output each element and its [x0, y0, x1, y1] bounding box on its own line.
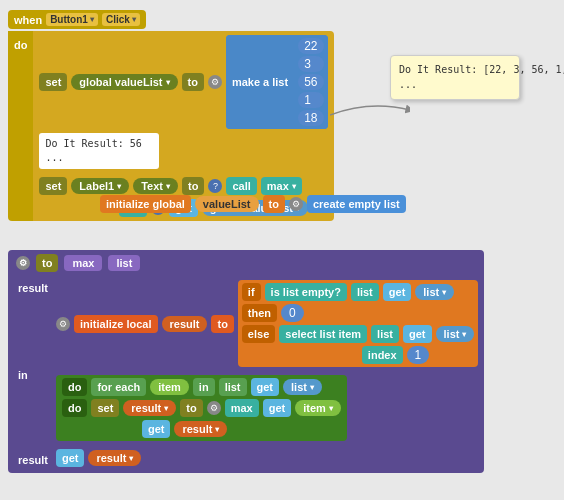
global-valuelist-pill[interactable]: global valueList ▾: [71, 74, 177, 90]
valuelist-pill[interactable]: valueList: [195, 196, 259, 212]
click-dropdown[interactable]: Click ▾: [102, 13, 140, 26]
index-block: index: [362, 346, 403, 364]
to-local-label: to: [217, 318, 227, 330]
do-block-inner2: do: [62, 399, 87, 417]
list-kw3-label: list: [225, 381, 241, 393]
question-icon1[interactable]: ?: [208, 179, 222, 193]
list-var-pill[interactable]: list ▾: [415, 284, 454, 300]
list-proc-label: list: [116, 257, 132, 269]
result-var4-label: result: [96, 452, 126, 464]
list-val-3[interactable]: 56: [298, 74, 323, 90]
text-label: Text: [141, 180, 163, 192]
max-block[interactable]: max ▾: [261, 177, 302, 195]
result-var2-pill[interactable]: result ▾: [123, 400, 176, 416]
do-inner2-label: do: [68, 402, 81, 414]
for-each-label: for each: [97, 381, 140, 393]
procedure-section: ⚙ to max list result in resul: [8, 250, 484, 473]
dropdown-icon: ▾: [166, 78, 170, 87]
to-block-mid: to: [263, 195, 285, 213]
list-val-5[interactable]: 18: [298, 110, 323, 126]
init-global-row: initialize global valueList to ⚙ create …: [100, 195, 406, 213]
list-var-label: list: [423, 286, 439, 298]
is-list-empty-block: is list empty?: [265, 283, 347, 301]
dropdown-icon3: ▾: [166, 182, 170, 191]
gear-icon1[interactable]: ⚙: [208, 75, 222, 89]
result2-label-group: result: [14, 453, 52, 467]
to-label1: to: [188, 76, 198, 88]
set-result-label: set: [97, 402, 113, 414]
init-global-block: initialize global: [100, 195, 191, 213]
label1-pill[interactable]: Label1 ▾: [71, 178, 129, 194]
when-block: when Button1 ▾ Click ▾: [8, 10, 146, 29]
result-var2-label: result: [131, 402, 161, 414]
get-block7: get: [56, 449, 85, 467]
result-var4-pill[interactable]: result ▾: [88, 450, 141, 466]
then-row: then 0: [242, 304, 475, 322]
select-list-item-label: select list item: [285, 328, 361, 340]
list-val-1[interactable]: 22: [298, 38, 323, 54]
code-area: Do It Result: 56 ...: [39, 133, 159, 169]
if-block-label: if: [242, 283, 261, 301]
to-label2: to: [188, 180, 198, 192]
list-val-2[interactable]: 3: [298, 56, 323, 72]
dropdown-icon12: ▾: [129, 454, 133, 463]
foreach-do-row: do for each item in: [62, 378, 341, 396]
make-list-items: 22 3 56 1 18: [294, 35, 327, 129]
make-list-group: make a list 22 3 56 1 18: [226, 35, 328, 129]
dropdown-icon7: ▾: [462, 330, 466, 339]
max-proc-label: max: [72, 257, 94, 269]
get-label5: get: [269, 402, 286, 414]
do-container: do set global valueList ▾ to ⚙: [8, 31, 334, 221]
list-val-4[interactable]: 1: [298, 92, 323, 108]
text-pill[interactable]: Text ▾: [133, 178, 178, 194]
list-kw-label: list: [357, 286, 373, 298]
get-label6: get: [148, 423, 165, 435]
dropdown-icon10: ▾: [329, 404, 333, 413]
item-var-pill[interactable]: item: [150, 379, 189, 395]
do-label: do: [8, 31, 33, 221]
is-list-empty-label: is list empty?: [271, 286, 341, 298]
list-kw-block: list: [351, 283, 379, 301]
to-block-proc: to: [36, 254, 58, 272]
create-empty-list-block: create empty list: [307, 195, 406, 213]
get-label3: get: [409, 328, 426, 340]
proc-right: ⚙ initialize local result to: [56, 280, 478, 467]
gear-icon2[interactable]: ⚙: [289, 197, 303, 211]
valuelist-label: valueList: [203, 198, 251, 210]
result-side-label: result: [14, 280, 52, 296]
create-empty-list-label: create empty list: [313, 198, 400, 210]
gear-icon3[interactable]: ⚙: [16, 256, 30, 270]
index-label: index: [368, 349, 397, 361]
result-var3-pill[interactable]: result ▾: [174, 421, 227, 437]
list-var2-pill[interactable]: list ▾: [436, 326, 475, 342]
call-label: call: [232, 180, 250, 192]
dropdown-icon8: ▾: [310, 383, 314, 392]
max-proc-block: max: [64, 255, 102, 271]
list-var2-label: list: [444, 328, 460, 340]
label1-label: Label1: [79, 180, 114, 192]
else-block: else: [242, 325, 275, 343]
list-var3-label: list: [291, 381, 307, 393]
dropdown-icon9: ▾: [164, 404, 168, 413]
to-local-block: to: [211, 315, 233, 333]
gear-icon5[interactable]: ⚙: [207, 401, 221, 415]
gear-icon4[interactable]: ⚙: [56, 317, 70, 331]
button1-dropdown[interactable]: Button1 ▾: [46, 13, 98, 26]
make-list-label: make a list: [226, 35, 294, 129]
max-label: max: [267, 180, 289, 192]
list-var3-pill[interactable]: list ▾: [283, 379, 322, 395]
to-inner-block: to: [180, 399, 202, 417]
do-inner-label: do: [68, 381, 81, 393]
click-label: Click: [106, 14, 130, 25]
get-block6: get: [142, 420, 171, 438]
button1-label: Button1: [50, 14, 88, 25]
result-var-pill[interactable]: result: [162, 316, 208, 332]
init-local-row: ⚙ initialize local result to: [56, 280, 478, 367]
in-kw-block: in: [193, 378, 215, 396]
zero-label: 0: [289, 306, 296, 320]
item-var2-pill[interactable]: item ▾: [295, 400, 341, 416]
get-block2: get: [383, 283, 412, 301]
to-inner-label: to: [186, 402, 196, 414]
tooltip-arrow-svg: [330, 100, 410, 130]
init-local-label: initialize local: [80, 318, 152, 330]
